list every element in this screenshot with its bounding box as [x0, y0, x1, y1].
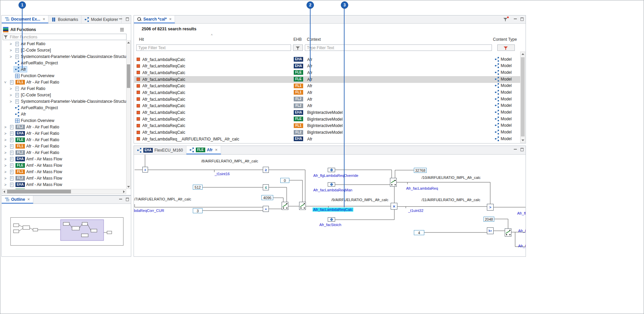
switch-block-2[interactable] [299, 202, 306, 210]
scroll-left-arrow[interactable] [3, 190, 5, 193]
expander-icon[interactable]: > [9, 42, 13, 46]
search-result-row[interactable]: Afr_facLambdaReqCalc FL1 Afr Model [134, 89, 521, 96]
less-equal-block[interactable] [263, 184, 269, 190]
expander-icon[interactable]: > [3, 151, 7, 155]
tab-outline[interactable]: Outline × [2, 196, 33, 203]
tree-item[interactable]: > FL2 Amf - Air Mass Flow [2, 175, 127, 181]
column-header-ehb[interactable]: EHB [293, 37, 302, 42]
search-result-row[interactable]: Afr_facLambdaReqCalc FL2 Afr Model [134, 103, 521, 109]
signal-edge-2[interactable]: Afr_f [518, 229, 526, 233]
minimize-button[interactable] [513, 17, 517, 21]
scroll-down-arrow[interactable] [522, 139, 524, 141]
expander-icon[interactable]: > [3, 138, 7, 142]
tree-item[interactable]: Function Overview [2, 117, 127, 124]
multiply-block[interactable] [391, 203, 397, 210]
view-tab[interactable]: Bookmarks [48, 15, 81, 23]
constant-4096[interactable]: 4096 [261, 195, 273, 200]
maximize-button[interactable] [125, 197, 130, 201]
expander-icon[interactable]: > [3, 144, 7, 148]
search-result-row[interactable]: Afr_facLambdaReqCalc FLE Afr Model [134, 69, 521, 76]
tree-item[interactable]: > FL1 Amf - Air Mass Flow [2, 168, 127, 175]
tree-item[interactable]: > FLE Afr - Air Fuel Ratio [2, 136, 127, 143]
maximize-button[interactable] [520, 148, 524, 152]
signal-edge-3[interactable]: Afr_f [518, 244, 526, 248]
scroll-up-arrow[interactable] [522, 53, 524, 55]
expander-icon[interactable]: > [3, 163, 7, 167]
tree-item[interactable]: > [C-Code Source] [2, 92, 127, 98]
constant-0[interactable]: 0 [280, 178, 289, 183]
tree-item[interactable]: Afr [2, 111, 127, 117]
scroll-up-arrow[interactable] [127, 42, 130, 43]
column-header-context[interactable]: Context [307, 37, 321, 42]
ehb-filter-button[interactable] [293, 44, 303, 51]
constant-4[interactable]: 4 [414, 230, 424, 235]
tree-item[interactable]: AirFuelRatio_Project [2, 104, 127, 111]
tree-item[interactable]: > EHA Afr - Air Fuel Ratio [2, 130, 127, 136]
input-port-flg-override[interactable] [328, 168, 335, 172]
constant-3[interactable]: 3 [193, 208, 203, 213]
tree-item[interactable]: > EHA Amf - Air Mass Flow [2, 156, 127, 162]
signal-flgLambdaReqOverride[interactable]: Afr_flgLambdaReqOverride [313, 174, 358, 178]
search-result-row[interactable]: Afr_facLambdaReqCalc EHA Afr Model [134, 56, 521, 63]
tree-hscroll-thumb[interactable] [7, 190, 71, 193]
expander-icon[interactable]: > [3, 80, 7, 84]
constant-512[interactable]: 512 [193, 185, 203, 190]
close-icon[interactable]: × [27, 197, 30, 201]
tree-item[interactable]: > [C-Code Source] [2, 47, 127, 53]
filter-active-icon[interactable] [503, 17, 508, 22]
search-result-row[interactable]: Afr_facLambdaReqCalc EHA BigInteractiveM… [134, 109, 521, 116]
greater-than-block[interactable] [487, 204, 494, 211]
view-menu-icon[interactable] [120, 27, 125, 32]
greater-equal-block[interactable] [263, 167, 269, 173]
signal-bdaReqCorr-CUR[interactable]: bdaReqCorr_CUR [134, 209, 164, 213]
switch-block-4[interactable] [505, 228, 511, 237]
switch-block-1[interactable] [282, 202, 288, 210]
constant-32768[interactable]: 32768 [414, 168, 427, 173]
signal-t1sint16[interactable]: _t1sint16 [215, 172, 230, 176]
search-vertical-scrollbar[interactable] [520, 52, 525, 143]
search-scroll-thumb[interactable] [521, 57, 525, 136]
input-port-fac-man[interactable] [328, 182, 335, 187]
view-tab[interactable]: Model Explorer [81, 15, 121, 23]
signal-facLambdaReq[interactable]: Afr_facLambdaReq [406, 186, 438, 190]
close-icon[interactable]: × [43, 17, 45, 21]
minimize-button[interactable] [513, 148, 517, 152]
expander-icon[interactable]: > [3, 157, 7, 161]
search-result-row[interactable]: Afr_facLambdaReqCalc FL2 Afr Model [134, 96, 521, 103]
expander-icon[interactable]: > [3, 131, 7, 135]
search-result-row[interactable]: Afr_facLambdaReqCalc FL1 Afr Model [134, 83, 521, 90]
constant-2048[interactable]: 2048 [484, 217, 494, 222]
hit-filter-input[interactable] [136, 44, 291, 51]
filter-functions-input[interactable] [3, 34, 127, 40]
tree-item[interactable]: > Systemconstant-Parameter-Variable-Clas… [2, 53, 127, 60]
tree-item[interactable]: > Air Fuel Ratio [2, 85, 127, 92]
tree-item[interactable]: > FL2 Afr - Air Fuel Ratio [2, 124, 127, 130]
input-port-fac-stoich[interactable] [328, 217, 335, 222]
expander-icon[interactable]: > [9, 55, 13, 59]
tree-scroll-thumb[interactable] [127, 64, 130, 88]
search-result-row[interactable]: Afr_facLambdaReqCalc FL2 BigInteractiveM… [134, 129, 521, 136]
expander-icon[interactable]: > [9, 87, 13, 91]
tree-item[interactable]: > Systemconstant-Parameter-Variable-Clas… [2, 98, 127, 104]
tree-item[interactable]: Afr [2, 66, 127, 72]
shift-left-block[interactable] [263, 206, 269, 212]
close-icon[interactable]: × [215, 148, 218, 152]
scroll-right-arrow[interactable] [123, 190, 125, 193]
editor-tab[interactable]: EHA FlexECU_M160 [134, 146, 186, 154]
context-filter-input[interactable] [305, 44, 492, 51]
signal-facStoich[interactable]: Afr_facStoich [319, 223, 341, 227]
expander-icon[interactable]: > [3, 183, 7, 187]
switch-block-3[interactable] [390, 178, 397, 187]
signal-facLambdaReqCalc-highlighted[interactable]: Afr_facLambdaReqCalc [313, 208, 353, 212]
minimize-button[interactable] [118, 197, 123, 201]
signal-t1uint32[interactable]: _t1uint32 [408, 209, 423, 213]
minimize-button[interactable] [118, 17, 123, 21]
tree-item[interactable]: > FL1 Afr - Air Fuel Ratio [2, 143, 127, 149]
search-result-row[interactable]: Afr_facLambdaReqCalc FL1 BigInteractiveM… [134, 123, 521, 129]
expander-icon[interactable]: > [3, 170, 7, 174]
signal-edge-1[interactable]: Afr_fl [517, 211, 526, 215]
block-diagram-canvas[interactable]: 512 4096 0 3 32768 2048 4 /8/AIRFUELRATI… [134, 155, 526, 256]
expander-icon[interactable]: > [3, 176, 7, 180]
search-result-row[interactable]: Afr_facLambdaReqCalc FLE Afr Model [134, 76, 521, 83]
maximize-button[interactable] [125, 17, 130, 21]
